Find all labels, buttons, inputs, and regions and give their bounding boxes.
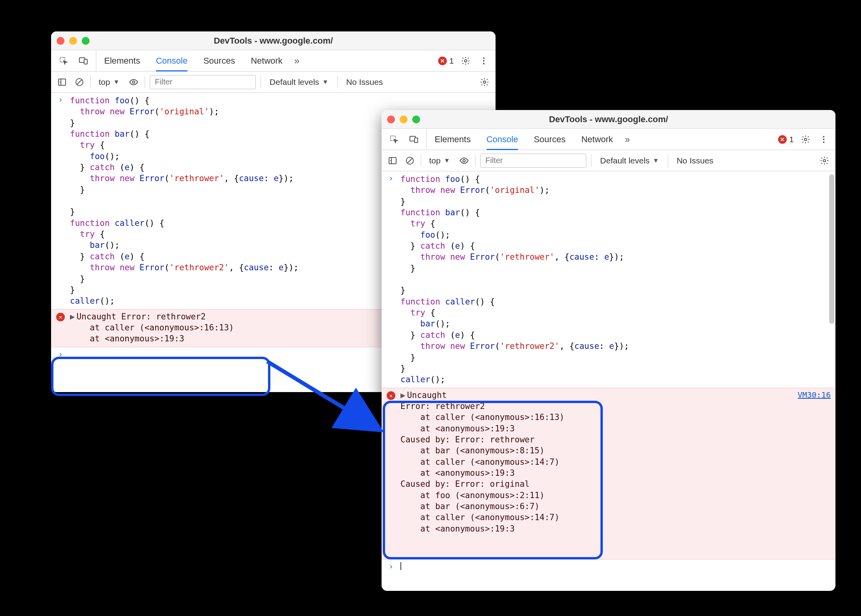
chevron-down-icon: ▼ <box>113 79 119 86</box>
tabs-row: Elements Console Sources Network » ✕ 1 <box>382 129 835 150</box>
svg-point-12 <box>483 81 486 83</box>
tab-sources[interactable]: Sources <box>526 129 573 150</box>
error-count-badge[interactable]: ✕ 1 <box>778 135 794 144</box>
tab-console[interactable]: Console <box>148 50 196 71</box>
svg-line-23 <box>408 158 412 163</box>
svg-point-6 <box>483 63 485 64</box>
chevron-down-icon: ▼ <box>322 79 329 86</box>
code-content: function foo() { throw new Error('origin… <box>400 174 835 385</box>
tab-elements[interactable]: Elements <box>96 50 148 71</box>
input-prompt-icon: › <box>51 95 70 307</box>
svg-point-17 <box>823 136 824 138</box>
svg-rect-20 <box>389 158 396 164</box>
svg-point-4 <box>483 57 485 59</box>
tab-sources[interactable]: Sources <box>195 50 243 71</box>
close-window-button[interactable] <box>387 116 395 123</box>
inspect-element-icon[interactable] <box>388 133 400 146</box>
execution-context-select[interactable]: top ▼ <box>426 156 453 165</box>
toolbar-icons <box>51 50 96 71</box>
minimize-window-button[interactable] <box>400 116 408 123</box>
execution-context-label: top <box>429 156 441 165</box>
live-expression-eye-icon[interactable] <box>127 76 140 88</box>
execution-context-label: top <box>99 77 110 87</box>
settings-gear-icon[interactable] <box>799 133 812 146</box>
maximize-window-button[interactable] <box>412 116 420 123</box>
error-icon: ✕ <box>56 313 65 321</box>
svg-point-5 <box>483 60 485 62</box>
minimize-window-button[interactable] <box>69 37 77 45</box>
tabs-right-controls: ✕ 1 <box>438 55 496 67</box>
tabs-right-controls: ✕ 1 <box>778 133 835 146</box>
log-levels-select[interactable]: Default levels ▼ <box>596 156 663 165</box>
chevron-down-icon: ▼ <box>444 157 450 164</box>
tabs-row: Elements Console Sources Network » ✕ 1 <box>51 50 496 72</box>
svg-point-16 <box>804 138 807 141</box>
console-sidebar-toggle-icon[interactable] <box>56 76 68 88</box>
svg-point-24 <box>463 160 465 162</box>
titlebar: DevTools - www.google.com/ <box>382 110 835 129</box>
input-prompt-icon: › <box>382 174 400 385</box>
device-toolbar-icon[interactable] <box>408 133 420 146</box>
log-levels-label: Default levels <box>270 77 319 87</box>
execution-context-select[interactable]: top ▼ <box>95 77 123 87</box>
settings-gear-icon[interactable] <box>459 55 472 67</box>
console-sidebar-toggle-icon[interactable] <box>386 154 399 167</box>
error-text: ▶Uncaught Error: rethrower2 at caller (<… <box>400 388 835 559</box>
svg-point-3 <box>464 60 467 62</box>
chevron-down-icon: ▼ <box>653 157 659 164</box>
console-filter-row: top ▼ Default levels ▼ No Issues <box>51 72 496 93</box>
tab-network[interactable]: Network <box>243 50 290 71</box>
console-settings-gear-icon[interactable] <box>818 154 831 167</box>
log-levels-label: Default levels <box>600 156 650 165</box>
error-icon: ✕ <box>438 57 447 65</box>
log-levels-select[interactable]: Default levels ▼ <box>266 77 332 87</box>
tab-elements[interactable]: Elements <box>427 129 479 150</box>
svg-point-25 <box>823 160 826 162</box>
tab-list: Elements Console Sources Network » <box>96 50 303 71</box>
inspect-element-icon[interactable] <box>57 55 70 67</box>
filter-input[interactable] <box>480 154 586 168</box>
error-count-badge[interactable]: ✕ 1 <box>438 56 454 66</box>
svg-rect-7 <box>59 79 66 85</box>
devtools-window-2: DevTools - www.google.com/ Elements Cons… <box>382 110 835 591</box>
window-title: DevTools - www.google.com/ <box>51 36 496 46</box>
live-expression-eye-icon[interactable] <box>458 154 470 167</box>
error-icon: ✕ <box>778 135 787 144</box>
svg-rect-2 <box>84 59 87 64</box>
more-tabs-chevron-icon[interactable]: » <box>621 134 634 145</box>
tab-list: Elements Console Sources Network » <box>427 129 634 150</box>
window-title: DevTools - www.google.com/ <box>382 114 835 125</box>
svg-point-11 <box>132 81 135 83</box>
svg-point-18 <box>823 139 824 140</box>
console-body: › function foo() { throw new Error('orig… <box>382 171 835 591</box>
traffic-lights <box>57 37 90 45</box>
titlebar: DevTools - www.google.com/ <box>51 31 496 50</box>
more-tabs-chevron-icon[interactable]: » <box>290 55 303 66</box>
input-prompt-icon: › <box>382 562 400 573</box>
console-input-row: › function foo() { throw new Error('orig… <box>382 171 835 388</box>
input-prompt-icon: › <box>51 350 70 359</box>
close-window-button[interactable] <box>57 37 64 45</box>
maximize-window-button[interactable] <box>82 37 90 45</box>
tab-console[interactable]: Console <box>479 129 526 150</box>
console-settings-gear-icon[interactable] <box>478 76 491 88</box>
filter-input[interactable] <box>150 75 256 89</box>
svg-point-19 <box>823 141 824 143</box>
console-error-message[interactable]: ✕ ▶Uncaught Error: rethrower2 at caller … <box>382 388 835 559</box>
kebab-menu-icon[interactable] <box>477 55 490 67</box>
error-count: 1 <box>449 56 454 66</box>
clear-console-icon[interactable] <box>73 76 86 88</box>
issues-label: No Issues <box>342 77 387 87</box>
error-source-link[interactable]: VM30:16 <box>798 390 831 400</box>
svg-rect-15 <box>415 138 418 143</box>
error-count: 1 <box>789 135 794 144</box>
tab-network[interactable]: Network <box>573 129 621 150</box>
console-filter-row: top ▼ Default levels ▼ No Issues <box>382 150 835 171</box>
kebab-menu-icon[interactable] <box>817 133 830 146</box>
device-toolbar-icon[interactable] <box>77 55 90 67</box>
traffic-lights <box>387 116 420 123</box>
console-prompt-row[interactable]: › <box>382 559 835 575</box>
issues-label: No Issues <box>673 156 717 165</box>
svg-line-10 <box>77 80 82 84</box>
clear-console-icon[interactable] <box>404 154 416 167</box>
